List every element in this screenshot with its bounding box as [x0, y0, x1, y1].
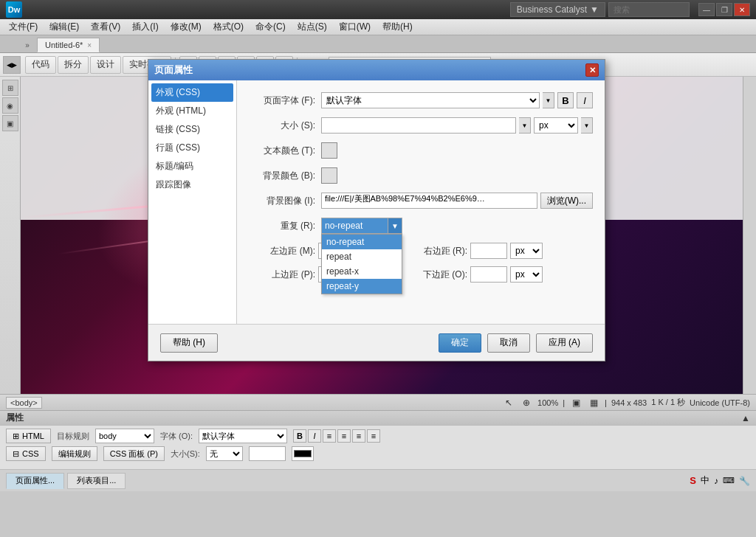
minimize-button[interactable]: —: [698, 3, 715, 16]
right-margin-label: 右边距 (R):: [408, 245, 467, 257]
category-title-encoding[interactable]: 标题/编码: [151, 157, 233, 176]
status-sep1: |: [563, 398, 565, 407]
assets-icon[interactable]: ◉: [2, 97, 18, 114]
align-justify-button[interactable]: ≡: [367, 429, 380, 443]
design-view-button[interactable]: 设计: [90, 56, 121, 74]
repeat-option-repeat[interactable]: repeat: [322, 249, 402, 264]
zoom-icon[interactable]: ⊕: [520, 396, 533, 409]
business-catalyst-button[interactable]: Business Catalyst ▼: [510, 2, 605, 17]
apply-button[interactable]: 应用 (A): [536, 333, 593, 353]
category-tracing-image[interactable]: 跟踪图像: [151, 176, 233, 194]
search-input[interactable]: [608, 2, 690, 17]
repeat-dropdown-arrow[interactable]: ▼: [388, 218, 402, 234]
align-center-button[interactable]: ≡: [337, 429, 351, 443]
category-headings-css[interactable]: 行题 (CSS): [151, 139, 233, 157]
split-view-button[interactable]: 拆分: [58, 56, 89, 74]
close-button[interactable]: ✕: [734, 3, 750, 16]
repeat-option-repeat-y[interactable]: repeat-y: [322, 279, 402, 294]
italic-format-button[interactable]: I: [308, 429, 321, 443]
panel-toggle-icon[interactable]: ◀▶: [3, 56, 21, 74]
css-panel-button[interactable]: CSS 面板 (P): [103, 446, 165, 461]
menu-format[interactable]: 格式(O): [207, 19, 250, 35]
tab-bar: » Untitled-6* ×: [0, 35, 756, 53]
help-button[interactable]: 帮助 (H): [160, 333, 218, 353]
menu-bar: 文件(F) 编辑(E) 查看(V) 插入(I) 修改(M) 格式(O) 命令(C…: [0, 19, 756, 35]
window-controls: — ❐ ✕: [698, 3, 750, 16]
repeat-option-no-repeat[interactable]: no-repeat: [322, 235, 402, 249]
menu-file[interactable]: 文件(F): [3, 19, 44, 35]
bold-format-button[interactable]: B: [293, 429, 306, 443]
dialog-title: 页面属性: [154, 63, 193, 77]
html-mode-button[interactable]: ⊞ HTML: [6, 429, 51, 443]
title-bar-right: Business Catalyst ▼ — ❐ ✕: [510, 2, 750, 17]
title-bar-left: Dw: [6, 1, 22, 18]
dialog-category-list: 外观 (CSS) 外观 (HTML) 链接 (CSS) 行题 (CSS) 标题/…: [148, 80, 237, 324]
business-catalyst-area: Business Catalyst ▼: [510, 2, 690, 17]
font-size-select[interactable]: 无: [206, 446, 243, 461]
edit-rule-button[interactable]: 编辑规则: [52, 446, 97, 461]
tab-close-icon[interactable]: ×: [87, 41, 92, 49]
list-items-tab[interactable]: 列表项目...: [67, 473, 126, 489]
target-rule-select[interactable]: body: [95, 429, 154, 443]
font-dropdown-arrow[interactable]: ▼: [543, 92, 554, 108]
category-appearance-css[interactable]: 外观 (CSS): [151, 83, 233, 102]
category-links-css[interactable]: 链接 (CSS): [151, 120, 233, 139]
right-margin-input[interactable]: [470, 243, 507, 259]
select-tool-icon[interactable]: ↖: [502, 396, 515, 409]
sites-icon[interactable]: ⊞: [2, 80, 18, 96]
ok-button[interactable]: 确定: [439, 333, 481, 353]
menu-command[interactable]: 命令(C): [250, 19, 292, 35]
font-size-input[interactable]: [249, 446, 286, 461]
dw-logo: Dw: [6, 1, 22, 18]
font-bold-button[interactable]: B: [557, 92, 574, 108]
bottom-margin-unit[interactable]: px: [510, 266, 543, 283]
font-italic-button[interactable]: I: [577, 92, 593, 108]
body-tag[interactable]: <body>: [6, 397, 42, 409]
bottom-margin-input[interactable]: [470, 266, 507, 283]
text-color-row: 文本颜色 (T):: [249, 142, 593, 159]
menu-help[interactable]: 帮助(H): [377, 19, 419, 35]
dialog-close-button[interactable]: ✕: [585, 63, 599, 77]
menu-site[interactable]: 站点(S): [292, 19, 333, 35]
dialog-footer-right: 确定 取消 应用 (A): [439, 333, 593, 353]
page-properties-tab[interactable]: 页面属性...: [6, 473, 64, 489]
font-color-input[interactable]: [292, 446, 314, 461]
view-mode-icon2[interactable]: ▦: [587, 396, 600, 409]
settings-icon[interactable]: 🔧: [739, 476, 750, 486]
align-right-button[interactable]: ≡: [352, 429, 365, 443]
font-size-field[interactable]: [321, 117, 516, 134]
text-color-picker[interactable]: [321, 142, 337, 159]
browse-button[interactable]: 浏览(W)...: [540, 193, 593, 209]
size-unit-select[interactable]: px: [534, 117, 578, 134]
bottom-tabs: 页面属性... 列表项目... S 中 ♪ ⌨ 🔧: [0, 469, 756, 491]
properties-expand-icon[interactable]: ▲: [741, 413, 750, 423]
menu-view[interactable]: 查看(V): [85, 19, 126, 35]
status-bar: <body> ↖ ⊕ 100% | ▣ ▦ | 944 x 483 1 K / …: [0, 394, 756, 410]
right-panel: [743, 77, 756, 394]
size-dropdown-arrow[interactable]: ▼: [519, 117, 531, 134]
page-font-select[interactable]: 默认字体: [321, 92, 540, 108]
prop-row-1: ⊞ HTML 目标规则 body 字体 (O): 默认字体 B I ≡ ≡ ≡ …: [6, 429, 750, 443]
properties-body: ⊞ HTML 目标规则 body 字体 (O): 默认字体 B I ≡ ≡ ≡ …: [0, 426, 756, 469]
dialog-titlebar: 页面属性 ✕: [148, 60, 605, 80]
css-mode-button[interactable]: ⊟ CSS: [6, 446, 46, 461]
bg-image-path: file:///E|/美图AB%98%E7%94%B2%E6%9…: [321, 193, 537, 209]
cancel-button[interactable]: 取消: [487, 333, 530, 353]
document-tab[interactable]: Untitled-6* ×: [37, 38, 100, 52]
align-left-button[interactable]: ≡: [323, 429, 336, 443]
bg-color-picker[interactable]: [321, 167, 337, 184]
tab-expand-icon[interactable]: »: [21, 38, 34, 52]
menu-insert[interactable]: 插入(I): [126, 19, 164, 35]
right-margin-unit[interactable]: px: [510, 243, 543, 259]
menu-edit[interactable]: 编辑(E): [44, 19, 85, 35]
repeat-option-repeat-x[interactable]: repeat-x: [322, 264, 402, 279]
category-appearance-html[interactable]: 外观 (HTML): [151, 102, 233, 120]
files-icon[interactable]: ▣: [2, 115, 18, 131]
code-view-button[interactable]: 代码: [25, 56, 56, 74]
view-mode-icon1[interactable]: ▣: [569, 396, 583, 409]
menu-window[interactable]: 窗口(W): [333, 19, 377, 35]
font-family-select[interactable]: 默认字体: [199, 429, 287, 443]
size-unit-arrow[interactable]: ▼: [581, 117, 593, 134]
restore-button[interactable]: ❐: [716, 3, 732, 16]
menu-modify[interactable]: 修改(M): [165, 19, 207, 35]
